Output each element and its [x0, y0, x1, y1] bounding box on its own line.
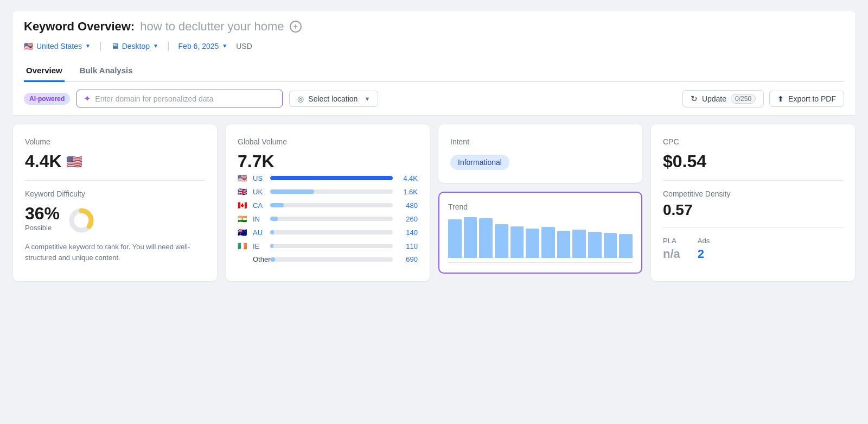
update-label: Update [702, 94, 726, 103]
pla-label: PLA [663, 237, 680, 245]
trend-bar [541, 227, 555, 258]
cpc-label: CPC [663, 137, 843, 146]
kd-donut-chart [67, 206, 95, 235]
country-label: United States [36, 42, 82, 50]
export-label: Export to PDF [788, 94, 836, 103]
ads-value: 2 [698, 247, 710, 261]
country-flag: 🇬🇧 [238, 187, 248, 196]
global-volume-bar-row: 🇺🇸 US 4.4K [238, 174, 418, 182]
trend-bar [604, 233, 617, 258]
kd-label: Keyword Difficulty [25, 189, 205, 198]
country-code: US [253, 174, 266, 182]
domain-input-wrapper[interactable]: ✦ [76, 90, 283, 107]
bar-count: 480 [397, 201, 418, 210]
country-code: CA [253, 201, 266, 210]
trend-bar [479, 218, 493, 258]
competitive-density-label: Competitive Density [663, 189, 843, 198]
bar-fill [270, 244, 273, 248]
bar-fill [270, 257, 275, 262]
ads-label: Ads [698, 237, 710, 245]
country-filter[interactable]: 🇺🇸 United States ▼ [24, 40, 91, 53]
intent-badge: Informational [450, 155, 509, 170]
country-code: IN [253, 215, 266, 223]
global-volume-bar-row: Other 690 [238, 255, 418, 263]
cpc-card: CPC $0.54 Competitive Density 0.57 PLA n… [651, 124, 855, 281]
update-button[interactable]: ↻ Update 0/250 [682, 90, 764, 107]
bar-track [270, 203, 393, 207]
global-volume-bar-row: 🇮🇳 IN 260 [238, 214, 418, 223]
cpc-value: $0.54 [663, 151, 843, 172]
sparkle-icon: ✦ [84, 93, 91, 104]
chevron-down-icon: ▼ [222, 43, 227, 49]
bar-count: 110 [397, 242, 418, 250]
add-keyword-icon[interactable]: + [290, 21, 302, 33]
volume-label: Volume [25, 137, 205, 146]
date-filter[interactable]: Feb 6, 2025 ▼ [178, 40, 228, 53]
country-flag: 🇮🇳 [238, 214, 248, 223]
bar-track [270, 244, 393, 248]
date-label: Feb 6, 2025 [178, 42, 219, 50]
trend-bar [526, 229, 539, 258]
filter-separator-2: | [167, 40, 170, 52]
trend-bar [495, 224, 508, 258]
trend-bar [448, 219, 462, 258]
country-flag: 🇺🇸 [238, 174, 248, 182]
volume-value: 4.4K [25, 151, 62, 172]
country-code: AU [253, 229, 266, 237]
global-volume-bar-row: 🇮🇪 IE 110 [238, 242, 418, 250]
export-pdf-button[interactable]: ⬆ Export to PDF [769, 91, 844, 107]
trend-bar [619, 234, 633, 258]
location-selector[interactable]: ◎ Select location ▼ [289, 91, 378, 107]
bar-track [270, 217, 393, 221]
trend-bar [588, 232, 602, 258]
page-title-keyword: Keyword Overview: [24, 20, 135, 34]
pla-value: n/a [663, 247, 680, 261]
intent-card: Intent Informational [438, 124, 642, 183]
kd-description: A competitive keyword to rank for. You w… [25, 242, 205, 263]
volume-flag: 🇺🇸 [66, 154, 82, 169]
tab-bulk-analysis[interactable]: Bulk Analysis [78, 60, 135, 82]
country-flag: 🇨🇦 [238, 201, 248, 210]
country-code: Other [253, 255, 266, 263]
bar-count: 1.6K [397, 188, 418, 196]
trend-card: Trend [438, 192, 642, 274]
global-volume-value: 7.7K [238, 151, 418, 172]
currency-label: USD [236, 42, 252, 50]
bar-count: 140 [397, 229, 418, 237]
kd-sublabel: Possible [25, 224, 60, 232]
trend-bar [510, 226, 524, 258]
chevron-down-icon: ▼ [153, 43, 158, 49]
bar-fill [270, 176, 393, 180]
country-code: UK [253, 188, 266, 196]
page-title-query: how to declutter your home [140, 20, 284, 34]
bar-track [270, 257, 393, 262]
country-code: IE [253, 242, 266, 250]
device-filter[interactable]: 🖥 Desktop ▼ [111, 39, 158, 53]
trend-bar [464, 217, 477, 258]
volume-card: Volume 4.4K 🇺🇸 Keyword Difficulty 36% Po… [13, 124, 217, 281]
device-label: Desktop [122, 42, 150, 50]
refresh-icon: ↻ [691, 94, 698, 104]
export-icon: ⬆ [777, 94, 784, 103]
intent-label: Intent [450, 137, 630, 146]
domain-input[interactable] [95, 94, 276, 103]
chevron-down-icon: ▼ [85, 43, 91, 49]
bar-fill [270, 217, 278, 221]
ai-powered-badge: AI-powered [24, 93, 70, 105]
country-flag: 🇮🇪 [238, 242, 248, 250]
update-counter: 0/250 [731, 94, 756, 104]
bar-count: 4.4K [397, 174, 418, 182]
trend-label: Trend [448, 202, 633, 211]
global-volume-card: Global Volume 7.7K 🇺🇸 US 4.4K 🇬🇧 UK 1.6K… [226, 124, 430, 281]
bar-track [270, 230, 393, 235]
filter-separator: | [99, 40, 102, 52]
bar-count: 690 [397, 255, 418, 263]
global-volume-label: Global Volume [238, 137, 418, 146]
bar-fill [270, 230, 274, 235]
global-volume-bar-row: 🇦🇺 AU 140 [238, 228, 418, 237]
chevron-down-icon: ▼ [364, 96, 370, 102]
bar-count: 260 [397, 215, 418, 223]
tab-overview[interactable]: Overview [24, 60, 65, 82]
bar-fill [270, 203, 284, 207]
bar-track [270, 189, 393, 194]
